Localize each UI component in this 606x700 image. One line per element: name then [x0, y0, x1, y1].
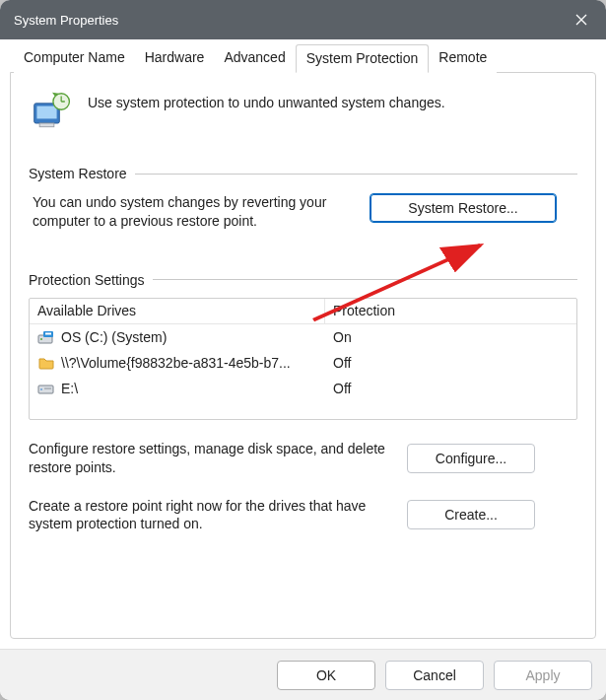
tabs: Computer Name Hardware Advanced System P…	[10, 43, 596, 72]
close-icon	[575, 14, 587, 26]
header-protection[interactable]: Protection	[325, 299, 576, 323]
disk-system-icon	[37, 329, 55, 345]
disk-icon	[37, 381, 55, 396]
create-button[interactable]: Create...	[407, 500, 535, 529]
cancel-button[interactable]: Cancel	[385, 661, 484, 690]
tab-advanced[interactable]: Advanced	[214, 44, 295, 73]
create-row: Create a restore point right now for the…	[29, 495, 577, 536]
configure-row: Configure restore settings, manage disk …	[29, 438, 577, 479]
divider	[135, 174, 577, 175]
drive-protection: Off	[325, 350, 576, 376]
intro-text: Use system protection to undo unwanted s…	[88, 91, 445, 110]
system-restore-desc: You can undo system changes by reverting…	[29, 193, 354, 231]
svg-rect-3	[36, 106, 56, 119]
drives-table: Available Drives Protection OS (C:) (Sys	[29, 298, 577, 420]
window-title: System Properties	[14, 13, 118, 28]
protection-settings-group: Protection Settings Available Drives Pro…	[29, 272, 577, 536]
table-row[interactable]: \\?\Volume{f98832be-a831-4e5b-b7... Off	[30, 350, 576, 376]
intro-row: Use system protection to undo unwanted s…	[29, 87, 577, 140]
protection-settings-title: Protection Settings	[29, 272, 145, 288]
window-body: Computer Name Hardware Advanced System P…	[0, 39, 606, 649]
dialog-footer: OK Cancel Apply	[0, 649, 606, 700]
divider	[153, 279, 577, 280]
close-button[interactable]	[557, 0, 606, 39]
tab-system-protection[interactable]: System Protection	[296, 44, 430, 73]
system-protection-icon	[31, 91, 74, 134]
header-available-drives[interactable]: Available Drives	[30, 299, 325, 323]
system-restore-title: System Restore	[29, 166, 127, 181]
configure-desc: Configure restore settings, manage disk …	[29, 440, 393, 477]
system-restore-button[interactable]: System Restore...	[370, 193, 557, 223]
drive-protection: On	[325, 324, 576, 350]
drive-label: OS (C:) (System)	[61, 329, 167, 345]
system-restore-group: System Restore You can undo system chang…	[29, 166, 577, 231]
svg-rect-4	[39, 123, 54, 127]
titlebar: System Properties	[0, 0, 606, 39]
configure-button[interactable]: Configure...	[407, 444, 535, 473]
ok-button[interactable]: OK	[277, 661, 375, 690]
table-row[interactable]: OS (C:) (System) On	[30, 324, 576, 350]
apply-button[interactable]: Apply	[494, 661, 592, 690]
tab-hardware[interactable]: Hardware	[135, 44, 215, 73]
drive-label: \\?\Volume{f98832be-a831-4e5b-b7...	[61, 355, 291, 371]
system-protection-panel: Use system protection to undo unwanted s…	[10, 72, 596, 639]
drive-protection: Off	[325, 376, 576, 401]
svg-rect-11	[45, 332, 51, 334]
drive-label: E:\	[61, 381, 78, 396]
tab-remote[interactable]: Remote	[429, 44, 497, 73]
svg-point-13	[40, 388, 42, 390]
drives-header: Available Drives Protection	[30, 299, 576, 324]
table-row[interactable]: E:\ Off	[30, 376, 576, 401]
svg-rect-14	[44, 387, 51, 388]
folder-icon	[37, 355, 55, 371]
tab-computer-name[interactable]: Computer Name	[14, 44, 135, 73]
svg-point-9	[40, 338, 42, 340]
create-desc: Create a restore point right now for the…	[29, 497, 393, 534]
system-properties-window: System Properties Computer Name Hardware…	[0, 0, 606, 700]
